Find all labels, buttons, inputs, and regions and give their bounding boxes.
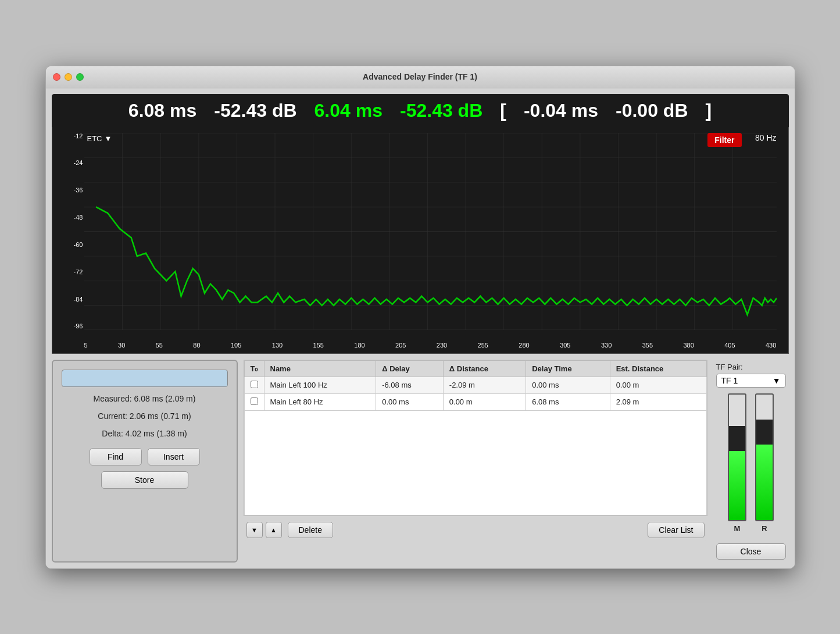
x-label-105: 105 [231, 342, 241, 349]
delay1-value: 6.08 ms [128, 100, 196, 121]
x-label-55: 55 [156, 342, 163, 349]
x-label-430: 430 [766, 342, 776, 349]
data-table: T₀ Name Δ Delay Δ Distance Delay Time Es… [244, 360, 707, 515]
delay2-value: 6.04 ms [314, 100, 383, 121]
traffic-lights [53, 73, 84, 81]
right-panel: TF Pair: TF 1 ▼ M [713, 360, 789, 563]
m-meter-white [729, 395, 745, 426]
row2-name: Main Left 80 Hz [264, 393, 376, 410]
x-label-180: 180 [354, 342, 364, 349]
current-row: Current: 2.06 ms (0.71 m) [62, 410, 228, 422]
empty-cell [244, 410, 706, 515]
m-meter-fill [729, 451, 745, 520]
r-meter-wrap: R [755, 393, 774, 533]
minimize-traffic-light[interactable] [65, 73, 72, 81]
table-row: Main Left 80 Hz 0.00 ms 0.00 m 6.08 ms 2… [244, 393, 706, 410]
table-row: Main Left 100 Hz -6.08 ms -2.09 m 0.00 m… [244, 377, 706, 393]
col-header-delay-time: Delay Time [526, 360, 610, 377]
x-label-80: 80 [193, 342, 200, 349]
checkbox-row2[interactable] [251, 397, 258, 405]
left-panel: Measured: 6.08 ms (2.09 m) Current: 2.06… [52, 360, 238, 563]
filter-button[interactable]: Filter [707, 133, 741, 147]
y-label-60: -60 [74, 242, 83, 248]
x-label-205: 205 [395, 342, 406, 349]
y-axis: -12 -24 -36 -48 -60 -72 -84 -96 [55, 133, 83, 330]
x-label-255: 255 [478, 342, 488, 349]
x-label-155: 155 [313, 342, 324, 349]
x-label-30: 30 [118, 342, 125, 349]
main-window: Advanced Delay Finder (TF 1) 6.08 ms -52… [45, 66, 795, 569]
x-label-380: 380 [683, 342, 694, 349]
checkbox-row1[interactable] [251, 381, 258, 388]
y-label-24: -24 [74, 160, 83, 166]
delay-input[interactable] [62, 370, 228, 387]
delete-button[interactable]: Delete [288, 522, 333, 538]
etc-chart [84, 133, 777, 330]
move-down-button[interactable]: ▼ [246, 522, 263, 538]
close-traffic-light[interactable] [53, 73, 60, 81]
m-meter-wrap: M [728, 393, 746, 533]
col-header-delta-delay: Δ Delay [376, 360, 444, 377]
delta-value: 4.02 ms (1.38 m) [126, 429, 187, 438]
row1-est-distance: 0.00 m [610, 377, 706, 393]
tf-pair-dropdown[interactable]: TF 1 ▼ [716, 374, 786, 388]
row2-checkbox[interactable] [244, 393, 264, 410]
find-insert-row: Find Insert [62, 448, 228, 465]
x-label-130: 130 [272, 342, 283, 349]
db2-value: -52.43 dB [400, 100, 482, 121]
row2-delay-time: 6.08 ms [526, 393, 610, 410]
titlebar: Advanced Delay Finder (TF 1) [46, 66, 795, 88]
measured-label: Measured: [94, 394, 132, 403]
store-button[interactable]: Store [101, 471, 188, 489]
current-label: Current: [98, 411, 127, 421]
etc-label: ETC ▼ [87, 134, 112, 143]
row2-delta-distance: 0.00 m [443, 393, 526, 410]
db3-value: -0.00 dB [616, 100, 688, 121]
bracket-open: [ [500, 100, 506, 121]
x-label-305: 305 [560, 342, 570, 349]
x-label-355: 355 [642, 342, 653, 349]
find-button[interactable]: Find [90, 448, 142, 465]
y-label-48: -48 [74, 214, 83, 221]
row2-est-distance: 2.09 m [610, 393, 706, 410]
maximize-traffic-light[interactable] [76, 73, 84, 81]
x-label-280: 280 [519, 342, 529, 349]
y-label-72: -72 [74, 269, 83, 275]
row1-checkbox[interactable] [244, 377, 264, 393]
x-label-330: 330 [601, 342, 612, 349]
clear-list-button[interactable]: Clear List [648, 522, 704, 538]
move-up-button[interactable]: ▲ [266, 522, 282, 538]
y-label-36: -36 [74, 187, 83, 194]
db1-value: -52.43 dB [214, 100, 296, 121]
store-row: Store [62, 471, 228, 489]
row1-delta-distance: -2.09 m [443, 377, 526, 393]
table-area: T₀ Name Δ Delay Δ Distance Delay Time Es… [244, 360, 707, 563]
tf-pair-value: TF 1 [721, 376, 738, 385]
delay-header: 6.08 ms -52.43 dB 6.04 ms -52.43 dB [ -0… [52, 94, 789, 127]
tf-pair-label: TF Pair: [716, 363, 743, 371]
row1-delta-delay: -6.08 ms [376, 377, 444, 393]
current-value: 2.06 ms (0.71 m) [130, 411, 191, 421]
delay3-value: -0.04 ms [524, 100, 598, 121]
bracket-close: ] [705, 100, 712, 121]
window-title: Advanced Delay Finder (TF 1) [363, 72, 477, 81]
r-meter [755, 393, 774, 521]
x-label-230: 230 [437, 342, 447, 349]
etc-text: ETC [87, 134, 102, 143]
etc-dropdown-icon[interactable]: ▼ [105, 134, 112, 143]
r-meter-fill [756, 445, 773, 520]
r-meter-white [756, 395, 773, 420]
col-header-to: T₀ [244, 360, 264, 377]
filter-freq: 80 Hz [755, 133, 777, 142]
close-button[interactable]: Close [716, 543, 786, 560]
bottom-panel: Measured: 6.08 ms (2.09 m) Current: 2.06… [52, 360, 789, 563]
table-header-row: T₀ Name Δ Delay Δ Distance Delay Time Es… [244, 360, 706, 377]
table-empty-row [244, 410, 706, 515]
y-label-12: -12 [74, 133, 83, 139]
x-label-5: 5 [84, 342, 88, 349]
m-meter [728, 393, 746, 521]
y-label-84: -84 [74, 296, 83, 303]
insert-button[interactable]: Insert [148, 448, 200, 465]
tf-pair-chevron: ▼ [773, 376, 781, 385]
x-axis: 5 30 55 80 105 130 155 180 205 230 255 2… [84, 342, 777, 349]
